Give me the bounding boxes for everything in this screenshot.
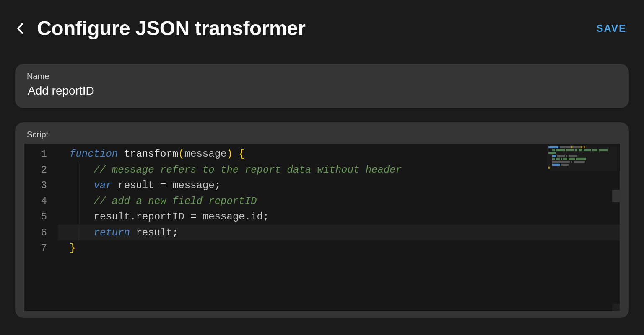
- code-line[interactable]: function transform(message) {: [58, 146, 620, 162]
- code-editor[interactable]: 1 2 3 4 5 6 7 function transform(message…: [24, 144, 620, 311]
- name-input[interactable]: [27, 84, 619, 98]
- save-button[interactable]: SAVE: [596, 23, 629, 34]
- line-number-gutter: 1 2 3 4 5 6 7: [24, 144, 58, 311]
- scrollbar-corner: [612, 304, 620, 311]
- code-line[interactable]: var result = message;: [58, 178, 620, 193]
- code-line[interactable]: // add a new field reportID: [58, 193, 620, 209]
- script-card: Script 1 2 3 4 5 6 7 function transform(…: [15, 122, 629, 318]
- code-line[interactable]: result.reportID = message.id;: [58, 209, 620, 225]
- script-field-label: Script: [15, 122, 629, 144]
- chevron-left-icon: [15, 21, 25, 36]
- code-line[interactable]: // message refers to the report data wit…: [58, 162, 620, 178]
- page-title: Configure JSON transformer: [37, 17, 305, 40]
- name-card: Name: [15, 64, 629, 108]
- code-line[interactable]: return result;: [58, 225, 620, 241]
- back-button[interactable]: [15, 21, 25, 36]
- code-content[interactable]: function transform(message) { // message…: [58, 144, 620, 311]
- name-field-label: Name: [27, 72, 617, 81]
- vertical-scrollbar-thumb[interactable]: [612, 190, 620, 202]
- code-line[interactable]: }: [58, 240, 620, 256]
